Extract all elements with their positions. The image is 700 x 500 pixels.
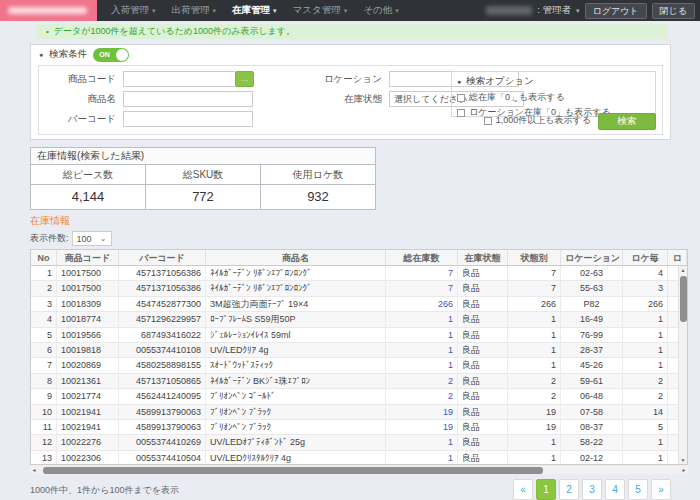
stock-total-link[interactable]: 1 — [386, 435, 458, 449]
stock-total-link[interactable]: 1 — [386, 328, 458, 342]
table-cell: 10017500 — [57, 266, 119, 280]
bullet-icon: ● — [457, 78, 461, 85]
stock-total-link[interactable]: 7 — [386, 266, 458, 280]
nav-item-others[interactable]: その他▾ — [363, 4, 398, 17]
stock-total-link[interactable]: 7 — [386, 281, 458, 295]
column-header[interactable]: ロケ毎 — [623, 250, 668, 265]
search-panel: ● 検索条件 ON 商品コード … 商品名 バーコード — [30, 44, 671, 140]
vertical-scrollbar[interactable]: ▲ ▼ — [678, 266, 687, 464]
nav-item-inbound[interactable]: 入荷管理▾ — [111, 4, 156, 17]
table-cell: P82 — [561, 297, 623, 311]
product-code-lookup-button[interactable]: … — [235, 71, 254, 87]
table-cell: 10 — [31, 405, 57, 419]
stock-total-link[interactable]: 19 — [386, 420, 458, 434]
table-row: 4100187744571296229957ﾛｰﾌﾟﾌﾚｰﾑS S59用50P1… — [31, 312, 687, 327]
user-role-label: : 管理者 — [537, 4, 571, 17]
product-name-input[interactable] — [123, 91, 253, 107]
checkbox-icon[interactable] — [457, 109, 465, 117]
table-cell: 1 — [508, 435, 561, 449]
stock-total-link[interactable]: 2 — [386, 374, 458, 388]
table-cell: 8 — [31, 374, 57, 388]
stock-total-link[interactable]: 1 — [386, 358, 458, 372]
over-1000-checkbox-row[interactable]: 1,000件以上も表示する — [484, 114, 591, 127]
stock-total-link[interactable]: 266 — [386, 297, 458, 311]
table-cell: 16-49 — [561, 312, 623, 326]
nav-item-inventory[interactable]: 在庫管理▾ — [232, 4, 277, 17]
pagination-page-5[interactable]: 5 — [628, 479, 648, 500]
column-header[interactable]: No — [31, 250, 57, 265]
column-header[interactable]: ロケーション — [561, 250, 623, 265]
pagination-page-3[interactable]: 3 — [582, 479, 602, 500]
table-cell: 良品 — [458, 389, 508, 403]
product-code-input[interactable] — [123, 71, 235, 87]
table-cell: ﾈｲﾙｶﾞｰﾃﾞﾝ ﾘﾎﾞﾝｴﾌﾟﾛﾝﾛﾝｸﾞ — [206, 281, 386, 295]
table-cell: 266 — [623, 297, 668, 311]
search-toggle[interactable]: ON — [93, 48, 129, 62]
table-cell: 良品 — [458, 374, 508, 388]
stock-total-link[interactable]: 19 — [386, 405, 458, 419]
table-cell: 3 — [623, 281, 668, 295]
option-show-zero-total[interactable]: 総在庫「0」も表示する — [457, 91, 650, 104]
table-cell: 良品 — [458, 420, 508, 434]
checkbox-icon[interactable] — [457, 94, 465, 102]
table-cell: 10021361 — [57, 374, 119, 388]
chevron-down-icon[interactable]: ▾ — [576, 7, 580, 15]
table-cell: ﾛｰﾌﾟﾌﾚｰﾑS S59用50P — [206, 312, 386, 326]
nav-item-outbound[interactable]: 出荷管理▾ — [172, 4, 217, 17]
nav-item-label: その他 — [363, 4, 392, 17]
pagination-page-4[interactable]: 4 — [605, 479, 625, 500]
summary-col-header: 使用ロケ数 — [261, 165, 375, 185]
column-header[interactable]: バーコード — [119, 250, 206, 265]
table-cell: 6 — [31, 343, 57, 357]
page-size-select[interactable]: 100 ⌄ — [72, 231, 112, 246]
pagination-next[interactable]: » — [651, 479, 671, 500]
toggle-on-label: ON — [99, 51, 110, 58]
table-row: 9100217744562441240095ﾌﾞﾘｵﾝﾍﾟﾝ ｺﾞｰﾙﾄﾞ2良品… — [31, 389, 687, 404]
column-header[interactable]: 商品コード — [57, 250, 119, 265]
summary-col-used-locations: 使用ロケ数932 — [261, 165, 375, 209]
pagination-page-2[interactable]: 2 — [559, 479, 579, 500]
table-cell: 1 — [623, 451, 668, 465]
scroll-right-icon[interactable]: ► — [680, 466, 688, 474]
table-cell: 10017500 — [57, 281, 119, 295]
table-cell: 3M超強力両面ﾃｰﾌﾟ 19×4 — [206, 297, 386, 311]
stock-total-link[interactable]: 2 — [386, 389, 458, 403]
vertical-scrollbar-thumb[interactable] — [680, 276, 687, 322]
table-cell: 3 — [31, 297, 57, 311]
table-row: 2100175004571371056386ﾈｲﾙｶﾞｰﾃﾞﾝ ﾘﾎﾞﾝｴﾌﾟﾛ… — [31, 281, 687, 296]
horizontal-scrollbar[interactable]: ◄ ► — [30, 466, 688, 474]
app-window: 入荷管理▾出荷管理▾在庫管理▾マスタ管理▾その他▾ : 管理者 ▾ ログアウト … — [0, 0, 700, 500]
navbar: 入荷管理▾出荷管理▾在庫管理▾マスタ管理▾その他▾ : 管理者 ▾ ログアウト … — [0, 0, 700, 21]
table-cell: 10021941 — [57, 420, 119, 434]
column-header[interactable]: 状態別 — [508, 250, 561, 265]
chevron-down-icon: ▾ — [213, 7, 217, 15]
stock-total-link[interactable]: 1 — [386, 451, 458, 465]
barcode-input[interactable] — [123, 111, 253, 127]
column-header[interactable]: 在庫状態 — [458, 250, 508, 265]
column-header[interactable]: 商品名 — [206, 250, 386, 265]
nav-item-master[interactable]: マスタ管理▾ — [293, 4, 348, 17]
pagination-prev[interactable]: « — [513, 479, 533, 500]
scroll-left-icon[interactable]: ◄ — [30, 466, 38, 474]
search-panel-header: ● 検索条件 ON — [31, 45, 670, 64]
column-header[interactable]: 総在庫数 — [386, 250, 458, 265]
stock-total-link[interactable]: 1 — [386, 312, 458, 326]
search-button[interactable]: 検索 — [598, 113, 656, 130]
horizontal-scrollbar-thumb[interactable] — [43, 467, 543, 474]
table-cell: 良品 — [458, 312, 508, 326]
summary-grid: 総ピース数4,144総SKU数772使用ロケ数932 — [31, 165, 375, 209]
scroll-up-icon[interactable]: ▲ — [679, 266, 687, 274]
close-button[interactable]: 閉じる — [652, 3, 695, 19]
table-cell: 07-58 — [561, 405, 623, 419]
app-logo[interactable] — [0, 0, 97, 21]
search-form-left-column: 商品コード … 商品名 バーコード — [45, 71, 254, 131]
stock-total-link[interactable]: 1 — [386, 343, 458, 357]
logout-button[interactable]: ログアウト — [585, 3, 647, 19]
chevron-down-icon: ▾ — [152, 7, 156, 15]
column-header[interactable]: ロ — [668, 250, 687, 265]
table-row: 1100175004571371056386ﾈｲﾙｶﾞｰﾃﾞﾝ ﾘﾎﾞﾝｴﾌﾟﾛ… — [31, 266, 687, 281]
checkbox-icon[interactable] — [484, 117, 492, 125]
pagination-page-1[interactable]: 1 — [536, 479, 556, 500]
table-cell: 4571371056386 — [119, 266, 206, 280]
scroll-down-icon[interactable]: ▼ — [679, 456, 687, 464]
